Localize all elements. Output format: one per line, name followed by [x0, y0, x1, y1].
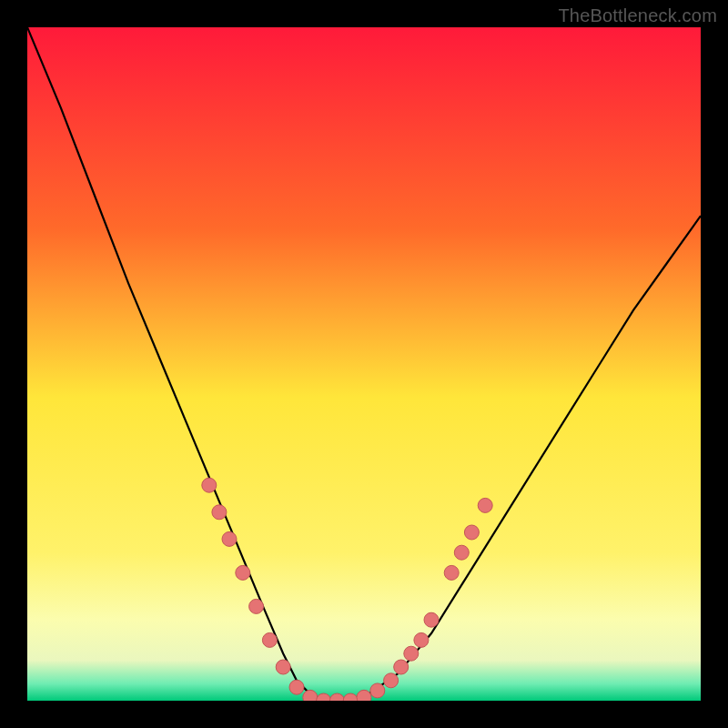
curve-marker: [414, 632, 429, 647]
watermark-text: TheBottleneck.com: [558, 5, 717, 26]
curve-marker: [249, 599, 264, 613]
plot-area: [27, 27, 701, 701]
curve-marker: [236, 565, 250, 580]
curve-marker: [404, 646, 419, 661]
curve-marker: [370, 683, 385, 698]
curve-marker: [464, 525, 479, 540]
curve-marker: [357, 690, 371, 701]
curve-marker: [454, 545, 469, 560]
curve-marker: [444, 565, 459, 580]
chart-svg: [27, 27, 701, 701]
curve-marker: [424, 612, 439, 627]
curve-marker: [212, 505, 227, 520]
curve-marker: [222, 531, 237, 546]
curve-marker: [394, 660, 409, 674]
curve-marker: [202, 478, 217, 492]
curve-marker: [262, 632, 277, 647]
curve-marker: [276, 660, 290, 674]
curve-marker: [303, 690, 318, 701]
chart-frame: TheBottleneck.com: [0, 0, 728, 728]
curve-marker: [478, 498, 492, 512]
curve-marker: [289, 680, 304, 694]
curve-marker: [384, 673, 399, 688]
